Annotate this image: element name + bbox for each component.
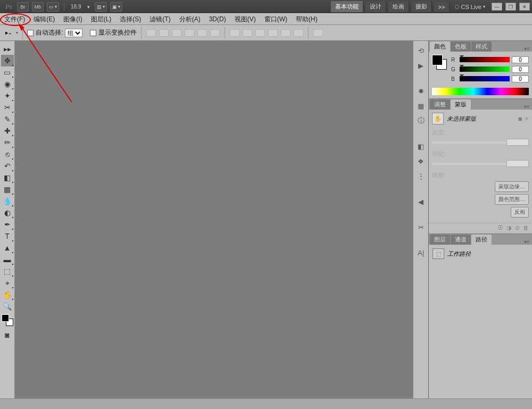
- tab-toggle-icon[interactable]: ▸▸: [1, 43, 14, 55]
- shape-tool[interactable]: ▬: [1, 254, 14, 265]
- view-extras-button[interactable]: ▥: [95, 2, 107, 12]
- panel-menu-icon[interactable]: ▾≡: [522, 239, 532, 245]
- path-item[interactable]: ⬚ 工作路径: [431, 247, 530, 261]
- mask-edge-button[interactable]: 蒙版边缘…: [495, 181, 529, 192]
- g-value[interactable]: [512, 66, 529, 73]
- color-range-button[interactable]: 颜色范围…: [495, 194, 529, 205]
- minibridge-button[interactable]: Mb: [32, 2, 44, 12]
- tab-swatches[interactable]: 色板: [451, 41, 471, 52]
- dodge-tool[interactable]: ◐: [1, 207, 14, 219]
- navigator-panel-icon[interactable]: ◀: [415, 196, 427, 207]
- clonesource-panel-icon[interactable]: ▦: [415, 100, 427, 112]
- panel-menu-icon[interactable]: ▾≡: [522, 46, 532, 52]
- healing-tool[interactable]: ✚: [1, 125, 14, 137]
- bridge-button[interactable]: Br: [17, 2, 29, 12]
- align-icon-5[interactable]: [197, 29, 207, 37]
- tool-presets-panel-icon[interactable]: ✂: [415, 221, 427, 233]
- auto-align-icon[interactable]: [313, 29, 323, 37]
- tab-adjustments[interactable]: 调整: [430, 99, 450, 110]
- history-brush-tool[interactable]: ↶: [1, 160, 14, 172]
- tab-styles[interactable]: 样式: [471, 41, 492, 52]
- tab-masks[interactable]: 蒙版: [451, 99, 471, 110]
- panel-menu-icon[interactable]: ▾≡: [522, 104, 532, 110]
- workspace-more[interactable]: >>: [434, 2, 450, 12]
- zoom-level[interactable]: 18.9: [71, 4, 81, 10]
- workspace-design[interactable]: 设计: [365, 1, 386, 12]
- distribute-icon-6[interactable]: [294, 29, 303, 37]
- g-slider[interactable]: [460, 66, 510, 72]
- r-slider[interactable]: [460, 57, 510, 62]
- menu-view[interactable]: 视图(V): [230, 13, 260, 25]
- invert-button[interactable]: 反相: [511, 207, 529, 218]
- info-panel-icon[interactable]: ⓘ: [415, 115, 427, 127]
- menu-filter[interactable]: 滤镜(T): [145, 13, 174, 25]
- menu-3d[interactable]: 3D(D): [205, 13, 230, 25]
- b-value[interactable]: [512, 76, 529, 82]
- align-icon-3[interactable]: [172, 29, 181, 37]
- distribute-icon-5[interactable]: [281, 29, 290, 37]
- tab-layers[interactable]: 图层: [430, 235, 450, 245]
- r-value[interactable]: [512, 56, 529, 63]
- workspace-essentials[interactable]: 基本功能: [331, 1, 363, 12]
- distribute-icon-1[interactable]: [230, 29, 239, 37]
- actions-panel-icon[interactable]: ▶: [415, 60, 427, 71]
- quick-mask-toggle[interactable]: ◙: [1, 329, 14, 341]
- cslive-button[interactable]: CS Live ▾: [452, 4, 488, 10]
- workspace-photography[interactable]: 摄影: [411, 1, 432, 12]
- magic-wand-tool[interactable]: ✦: [1, 90, 14, 102]
- lasso-tool[interactable]: ◉: [1, 78, 14, 90]
- screen-mode-button[interactable]: ▭: [47, 2, 59, 12]
- paragraph-panel-icon[interactable]: A|: [415, 247, 427, 258]
- b-slider[interactable]: [460, 76, 510, 81]
- marquee-tool[interactable]: ▭: [1, 66, 14, 78]
- zoom-dropdown-icon[interactable]: ▾: [86, 2, 92, 12]
- color-swatches[interactable]: [2, 314, 13, 326]
- zoom-tool[interactable]: 🔍: [1, 301, 14, 312]
- crop-tool[interactable]: ✂: [1, 102, 14, 113]
- window-minimize[interactable]: —: [492, 3, 502, 11]
- window-restore[interactable]: ❐: [505, 3, 516, 11]
- tab-paths[interactable]: 路径: [471, 235, 492, 245]
- mask-delete-icon[interactable]: 🗑: [523, 224, 529, 231]
- character-panel-icon[interactable]: ⋮: [415, 170, 427, 182]
- pen-tool[interactable]: ✒: [1, 219, 14, 230]
- swatches-panel-icon[interactable]: ◧: [415, 140, 427, 152]
- distribute-icon-3[interactable]: [255, 29, 265, 37]
- color-spectrum[interactable]: [432, 88, 529, 95]
- mask-view-icon[interactable]: ◑: [506, 224, 512, 231]
- distribute-icon-4[interactable]: [268, 29, 278, 37]
- eyedropper-tool[interactable]: ✎: [1, 113, 14, 125]
- path-selection-tool[interactable]: ▲: [1, 242, 14, 254]
- window-close[interactable]: ✕: [519, 3, 530, 11]
- arrange-documents-button[interactable]: ▣: [110, 2, 122, 12]
- hand-tool[interactable]: ✋: [1, 289, 14, 301]
- align-icon-1[interactable]: [146, 29, 156, 37]
- brushes-panel-icon[interactable]: ✹: [415, 85, 427, 97]
- history-panel-icon[interactable]: ⟲: [415, 45, 427, 56]
- mask-disable-icon[interactable]: ⊘: [515, 224, 520, 231]
- 3d-tool[interactable]: ⬚: [1, 265, 14, 277]
- stamp-tool[interactable]: ⎋: [1, 148, 14, 160]
- menu-select[interactable]: 选择(S): [115, 13, 145, 25]
- align-icon-4[interactable]: [185, 29, 194, 37]
- gradient-tool[interactable]: ▦: [1, 183, 14, 195]
- blur-tool[interactable]: 💧: [1, 195, 14, 207]
- menu-analysis[interactable]: 分析(A): [175, 13, 205, 25]
- styles-panel-icon[interactable]: ❖: [415, 155, 427, 167]
- menu-layer[interactable]: 图层(L): [87, 13, 116, 25]
- workspace-painting[interactable]: 绘画: [388, 1, 409, 12]
- menu-window[interactable]: 窗口(W): [260, 13, 292, 25]
- mask-apply-icon[interactable]: ⦿: [497, 224, 503, 231]
- brush-tool[interactable]: ✏: [1, 137, 14, 148]
- tab-color[interactable]: 颜色: [430, 41, 450, 52]
- distribute-icon-2[interactable]: [243, 29, 252, 37]
- menu-help[interactable]: 帮助(H): [292, 13, 322, 25]
- tab-channels[interactable]: 通道: [451, 235, 471, 245]
- 3d-camera-tool[interactable]: ⌖: [1, 277, 14, 289]
- color-thumb[interactable]: [432, 55, 447, 70]
- pixel-mask-button[interactable]: ◙: [518, 115, 522, 122]
- type-tool[interactable]: T: [1, 230, 14, 242]
- eraser-tool[interactable]: ◧: [1, 172, 14, 183]
- align-icon-2[interactable]: [159, 29, 169, 37]
- vector-mask-button[interactable]: ✧: [524, 115, 529, 122]
